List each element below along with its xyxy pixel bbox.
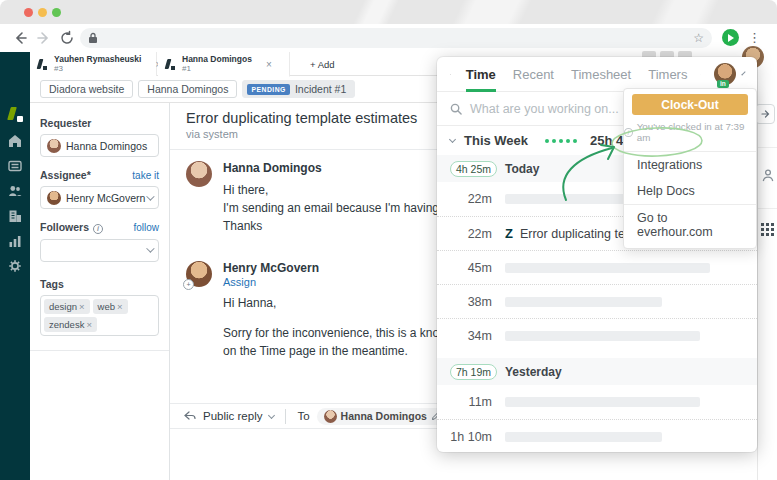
- address-bar[interactable]: ☆: [80, 28, 712, 48]
- remove-tag-icon[interactable]: ×: [117, 301, 123, 312]
- time-entry-row[interactable]: 1h 10m: [437, 419, 757, 453]
- followers-select[interactable]: [40, 239, 159, 262]
- tab-title: Yauhen Rymasheuski: [54, 55, 141, 65]
- entry-duration: 38m: [450, 295, 492, 309]
- clocked-in-badge: in: [717, 80, 729, 89]
- time-entry-row[interactable]: 38m: [437, 284, 757, 318]
- reply-type-select[interactable]: Public reply: [203, 410, 262, 422]
- entry-placeholder-bar: [505, 331, 700, 341]
- chevron-down-icon[interactable]: [449, 136, 456, 143]
- entry-duration: 45m: [450, 261, 492, 275]
- remove-tag-icon[interactable]: ×: [86, 319, 92, 330]
- back-icon[interactable]: [12, 30, 28, 46]
- reload-icon[interactable]: [59, 30, 75, 46]
- browser-menu-icon[interactable]: ⋮: [748, 29, 761, 46]
- reply-arrow-icon: [184, 411, 196, 421]
- collapse-panel-button[interactable]: [755, 104, 775, 124]
- ticket-icon: [37, 59, 48, 70]
- home-icon[interactable]: [8, 134, 22, 148]
- close-tab-icon[interactable]: ×: [266, 59, 272, 70]
- day-header-row: 7h 19mYesterday: [437, 358, 757, 385]
- organizations-icon[interactable]: [8, 209, 22, 223]
- search-icon: [450, 103, 462, 115]
- requester-label: Requester: [40, 117, 91, 129]
- avatar: [324, 410, 337, 423]
- tag-chip[interactable]: zendesk×: [44, 317, 97, 332]
- menu-item-help-docs[interactable]: Help Docs: [624, 178, 756, 204]
- screen: ☆ ⋮ Yauhen Rymasheuski #3 × Hanna Doming…: [0, 0, 777, 480]
- assignee-label: Assignee*: [40, 169, 91, 181]
- requester-field[interactable]: Hanna Domingos: [40, 134, 159, 157]
- follow-link[interactable]: follow: [133, 222, 159, 233]
- apps-grid-icon[interactable]: [761, 223, 774, 236]
- divider: [758, 147, 777, 148]
- window-titlebar: [0, 0, 777, 24]
- user-app-icon[interactable]: [762, 169, 774, 182]
- reporting-icon[interactable]: [8, 234, 22, 248]
- avatar: [186, 161, 212, 187]
- breadcrumb-organization[interactable]: Diadora website: [40, 80, 133, 98]
- tab-title: Hanna Domingos: [182, 55, 252, 65]
- chevron-down-icon[interactable]: [741, 71, 745, 75]
- day-label: Today: [505, 162, 539, 176]
- entry-duration: 1h 10m: [450, 430, 492, 444]
- close-window-icon[interactable]: [24, 8, 33, 17]
- tag-chip[interactable]: web×: [93, 299, 128, 314]
- everhour-header: Time Recent Timesheet Timers in: [437, 57, 757, 92]
- breadcrumb-requester[interactable]: Hanna Domingos: [138, 80, 237, 98]
- arrow-right-icon: [760, 109, 770, 119]
- day-label: Yesterday: [505, 365, 562, 379]
- tags-field[interactable]: design× web× zendesk×: [40, 295, 159, 336]
- recipient-name: Hanna Domingos: [341, 410, 427, 422]
- entry-duration: 34m: [450, 329, 492, 343]
- views-icon[interactable]: [8, 159, 22, 173]
- recipient-chip[interactable]: Hanna Domingos: [317, 408, 448, 425]
- user-avatar[interactable]: in: [714, 63, 736, 85]
- customers-icon[interactable]: [8, 184, 22, 198]
- ticket-fields-panel: Requester Hanna Domingos Assignee* take …: [30, 103, 170, 480]
- chevron-down-icon: [268, 411, 275, 418]
- entry-placeholder-bar: [505, 297, 662, 307]
- clock-out-button[interactable]: Clock-Out: [632, 94, 748, 115]
- zendesk-everhour-logo-icon[interactable]: [7, 107, 24, 122]
- time-entry-row[interactable]: 34m: [437, 318, 757, 352]
- admin-gear-icon[interactable]: [8, 259, 22, 273]
- tab-timesheet[interactable]: Timesheet: [571, 57, 631, 92]
- minimize-window-icon[interactable]: [38, 8, 47, 17]
- entry-duration: 22m: [450, 227, 492, 241]
- tab-timers[interactable]: Timers: [648, 57, 687, 92]
- menu-item-integrations[interactable]: Integrations: [624, 152, 756, 178]
- zendesk-icon: Z: [505, 226, 513, 241]
- assign-badge-icon: +: [183, 279, 194, 290]
- status-badge: PENDING: [247, 84, 289, 95]
- remove-tag-icon[interactable]: ×: [79, 301, 85, 312]
- everhour-extension-icon[interactable]: [722, 29, 739, 46]
- everhour-user-menu: Clock-Out iYou've clocked in at 7:39 am …: [623, 88, 757, 249]
- tag-chip[interactable]: design×: [44, 299, 90, 314]
- ticket-ref: Incident #1: [295, 83, 346, 95]
- time-entry-row[interactable]: 45m: [437, 250, 757, 284]
- entry-placeholder-bar: [505, 432, 662, 442]
- assignee-select[interactable]: Henry McGovern: [40, 186, 159, 209]
- tab-number: #3: [54, 64, 141, 73]
- ticket-tab-1[interactable]: Yauhen Rymasheuski #3 ×: [30, 52, 157, 76]
- forward-icon[interactable]: [36, 30, 52, 46]
- browser-toolbar: ☆ ⋮: [0, 24, 777, 52]
- apps-strip: [757, 52, 777, 480]
- chevron-down-icon: [146, 244, 154, 252]
- tab-recent[interactable]: Recent: [513, 57, 554, 92]
- time-entry-row[interactable]: 11m: [437, 385, 757, 419]
- ticket-tab-2[interactable]: Hanna Domingos #1 ×: [158, 52, 290, 77]
- ticket-status-chip[interactable]: PENDING Incident #1: [242, 80, 355, 98]
- add-tab-button[interactable]: + Add: [298, 52, 347, 76]
- bookmark-star-icon[interactable]: ☆: [693, 32, 704, 44]
- search-placeholder: What are you working on...: [470, 102, 619, 116]
- tab-time[interactable]: Time: [466, 57, 496, 92]
- zoom-window-icon[interactable]: [52, 8, 61, 17]
- menu-item-go-to-everhour[interactable]: Go to everhour.com: [624, 205, 756, 245]
- divider: [285, 409, 286, 424]
- lock-icon: [88, 32, 98, 44]
- day-group: 7h 19mYesterday11m1h 10m: [437, 358, 757, 453]
- take-it-link[interactable]: take it: [132, 170, 159, 181]
- requester-value: Hanna Domingos: [66, 140, 147, 152]
